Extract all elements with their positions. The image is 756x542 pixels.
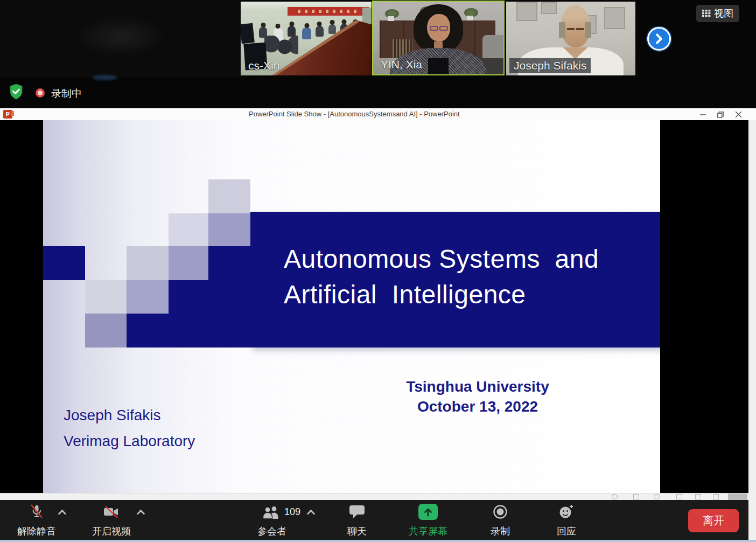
taskbar-edge: [0, 540, 756, 542]
chevron-up-icon[interactable]: [307, 510, 316, 518]
person-shirt: [428, 58, 449, 74]
share-screen-button[interactable]: [418, 504, 438, 520]
reactions-label[interactable]: 回应: [537, 525, 596, 538]
grid-icon: [702, 10, 711, 18]
leave-button[interactable]: 离开: [688, 509, 739, 532]
record-label[interactable]: 录制: [471, 525, 530, 538]
picture-frame: [604, 7, 625, 29]
start-video-button[interactable]: [103, 505, 120, 520]
decor-square: [208, 213, 250, 246]
screen: cs-Xin YIN, Xia: [0, 0, 756, 542]
decor-square: [208, 179, 250, 213]
video-thumbnail-joseph-sifakis[interactable]: Joseph Sifakis: [506, 2, 635, 75]
security-shield-icon[interactable]: [9, 84, 23, 100]
picture-frame: [516, 2, 537, 21]
chairs: [264, 36, 298, 56]
banner-text-decoration: [298, 10, 359, 13]
record-icon: [492, 504, 508, 520]
video-name-label: Joseph Sifakis: [509, 58, 591, 73]
slide-title: Autonomous Systems and Artificial Intell…: [284, 241, 599, 312]
slideshow-control-strip: [0, 493, 748, 500]
slideshow-notes-icon[interactable]: [676, 494, 682, 499]
close-icon: [736, 112, 741, 117]
mic-muted-icon: [30, 504, 44, 518]
person-eyes: [567, 28, 584, 30]
title-banner-step: [127, 314, 169, 348]
video-name-label: YIN, Xia: [376, 57, 426, 72]
restore-button[interactable]: [716, 110, 725, 119]
record-button[interactable]: [492, 504, 508, 522]
powerpoint-app-icon: P: [3, 110, 12, 119]
slide-author-block: Joseph Sifakis Verimag Laboratory: [64, 402, 195, 454]
plant-pot: [388, 16, 394, 21]
plant-pot: [467, 16, 473, 20]
glasses: [430, 26, 448, 31]
view-button[interactable]: 视图: [696, 5, 739, 22]
decor-square: [169, 246, 208, 280]
chat-label[interactable]: 聊天: [327, 525, 387, 538]
start-video-label[interactable]: 开启视频: [82, 525, 141, 538]
minimize-icon: [700, 112, 706, 117]
ppt-titlebar: P PowerPoint Slide Show - [AutonomousSys…: [0, 108, 756, 120]
slide-venue-block: Tsinghua University October 13, 2022: [370, 377, 585, 416]
attendee: [302, 27, 311, 39]
unmute-button[interactable]: [30, 504, 44, 520]
camera-muted-icon: [103, 505, 120, 518]
chat-icon: [349, 504, 365, 519]
dark-video-smudge: [65, 11, 178, 62]
title-banner-step: [169, 280, 208, 348]
video-name-label: cs-Xin: [244, 58, 284, 73]
view-button-label: 视图: [714, 7, 733, 20]
title-banner-step: [208, 246, 250, 348]
zoom-toolbar: 解除静音 开启视频 109 参会者: [0, 500, 748, 542]
recording-indicator: 录制中: [0, 82, 215, 106]
close-button[interactable]: [733, 110, 743, 119]
decor-square: [169, 213, 208, 246]
slide-author: Joseph Sifakis: [64, 402, 195, 428]
slideshow-stage: Autonomous Systems and Artificial Intell…: [0, 120, 748, 493]
video-thumbnail-yin-xia[interactable]: YIN, Xia: [372, 1, 505, 75]
slide[interactable]: Autonomous Systems and Artificial Intell…: [43, 120, 703, 493]
slideshow-zoom-icon[interactable]: [713, 494, 719, 499]
desktop-sliver: [748, 120, 756, 542]
blue-reflection: [93, 75, 117, 80]
decor-square-navy: [43, 246, 85, 280]
recording-dot-icon: [36, 88, 45, 98]
decor-square: [85, 314, 127, 348]
monitor: [241, 23, 255, 44]
window-title: PowerPoint Slide Show - [AutonomousSyste…: [249, 110, 460, 118]
picture-frame: [541, 2, 557, 14]
stage-right-bar: [660, 120, 748, 493]
slideshow-pen-icon[interactable]: [633, 494, 639, 499]
zoom-video-strip: cs-Xin YIN, Xia: [0, 0, 756, 108]
restore-icon: [717, 112, 724, 118]
attendee: [316, 26, 324, 37]
participants-label[interactable]: 参会者: [242, 525, 302, 538]
next-videos-button[interactable]: [647, 27, 671, 51]
share-screen-label[interactable]: 共享屏幕: [398, 525, 458, 538]
slideshow-next-icon[interactable]: [654, 494, 660, 499]
reactions-smiley-icon: [558, 504, 575, 519]
participants-button[interactable]: [262, 505, 281, 522]
slide-date: October 13, 2022: [370, 397, 585, 416]
slide-venue: Tsinghua University: [370, 377, 585, 397]
red-banner: [288, 7, 369, 16]
decor-square: [127, 280, 169, 314]
decor-square: [127, 246, 169, 280]
slideshow-prev-icon[interactable]: [612, 494, 618, 499]
chevron-up-icon[interactable]: [58, 510, 67, 518]
minimize-button[interactable]: [698, 110, 708, 119]
video-thumbnail-dark[interactable]: [0, 0, 241, 77]
decor-square: [85, 280, 127, 314]
video-thumbnail-cs-xin[interactable]: cs-Xin: [241, 2, 372, 75]
attendee: [328, 24, 336, 34]
reactions-button[interactable]: [558, 504, 575, 521]
person-hair: [585, 22, 591, 38]
participants-count: 109: [284, 506, 300, 518]
chevron-right-icon: [652, 32, 666, 46]
chat-button[interactable]: [349, 504, 365, 522]
person-hair: [559, 22, 565, 38]
slideshow-grid-icon[interactable]: [695, 494, 701, 499]
unmute-label[interactable]: 解除静音: [7, 525, 66, 538]
chevron-up-icon[interactable]: [137, 510, 145, 518]
